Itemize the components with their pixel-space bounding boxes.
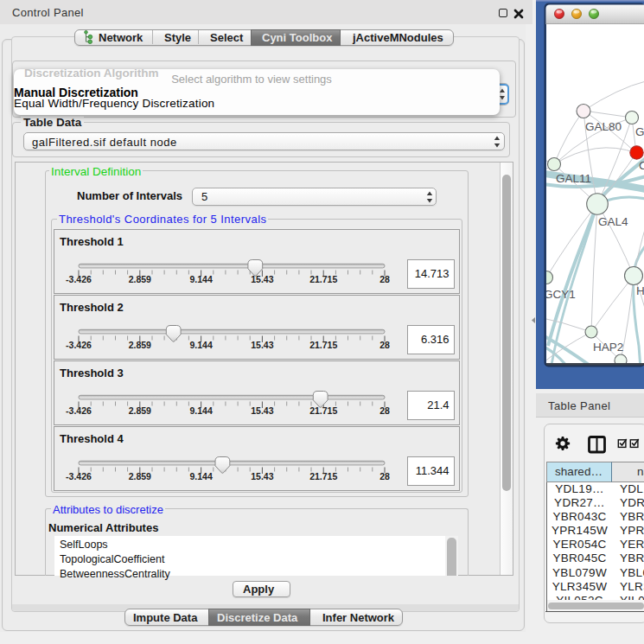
svg-text:2.859: 2.859 <box>129 340 151 350</box>
svg-text:GAL11: GAL11 <box>556 172 591 185</box>
svg-text:2.859: 2.859 <box>129 274 151 284</box>
svg-text:C: C <box>639 159 644 172</box>
svg-text:GAL4: GAL4 <box>598 215 628 228</box>
svg-text:2.859: 2.859 <box>129 471 151 481</box>
svg-text:21.715: 21.715 <box>309 340 337 350</box>
svg-text:-3.426: -3.426 <box>66 405 92 416</box>
svg-text:2.859: 2.859 <box>129 405 151 416</box>
svg-text:9.144: 9.144 <box>189 274 212 284</box>
svg-text:21.715: 21.715 <box>309 274 337 284</box>
svg-text:HAP2: HAP2 <box>593 341 623 354</box>
svg-text:15.43: 15.43 <box>251 340 273 350</box>
svg-text:9.144: 9.144 <box>189 340 212 350</box>
svg-text:GA: GA <box>635 125 644 138</box>
svg-text:GAL80: GAL80 <box>585 120 622 133</box>
svg-text:28: 28 <box>379 340 390 350</box>
svg-text:-3.426: -3.426 <box>66 471 92 481</box>
svg-text:9.144: 9.144 <box>189 471 212 481</box>
svg-text:-3.426: -3.426 <box>66 274 92 284</box>
svg-text:-3.426: -3.426 <box>66 340 92 350</box>
svg-text:28: 28 <box>379 471 390 481</box>
svg-text:GCY1: GCY1 <box>544 288 576 301</box>
svg-text:9.144: 9.144 <box>189 405 212 416</box>
svg-text:21.715: 21.715 <box>309 405 337 416</box>
svg-text:28: 28 <box>379 274 390 284</box>
svg-text:15.43: 15.43 <box>251 405 273 416</box>
svg-text:21.715: 21.715 <box>309 471 337 481</box>
svg-text:H: H <box>636 284 644 297</box>
svg-text:28: 28 <box>379 405 390 416</box>
svg-text:15.43: 15.43 <box>251 471 273 481</box>
